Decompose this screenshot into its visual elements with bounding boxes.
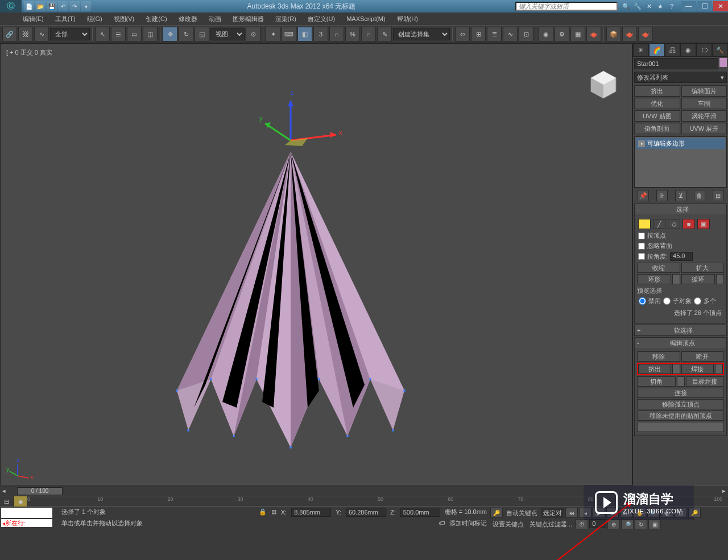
nav-orbit-icon[interactable]: ⊕ bbox=[607, 519, 620, 529]
edge-so-icon[interactable]: ╱ bbox=[653, 219, 665, 229]
viewcube[interactable] bbox=[586, 67, 621, 101]
remove-button[interactable]: 移除 bbox=[637, 351, 680, 362]
unlink-icon[interactable]: ⛓ bbox=[18, 27, 33, 42]
target-weld-button[interactable]: 目标焊接 bbox=[686, 376, 725, 387]
link-icon[interactable]: 🔗 bbox=[2, 27, 17, 42]
snap-toggle-icon[interactable]: ◧ bbox=[297, 27, 312, 42]
connect-button[interactable]: 连接 bbox=[637, 388, 724, 398]
color-swatch[interactable] bbox=[719, 58, 727, 67]
autokey-button[interactable]: 自动关键点 bbox=[504, 508, 540, 518]
weight-spinner[interactable] bbox=[637, 422, 724, 432]
exchange-icon[interactable]: ✕ bbox=[644, 1, 654, 11]
chamfer-vert-button[interactable]: 切角 bbox=[637, 376, 676, 387]
bind-icon[interactable]: ∿ bbox=[34, 27, 49, 42]
ring-spinner[interactable] bbox=[672, 274, 680, 284]
x-coord-field[interactable]: 8.805mm bbox=[291, 508, 331, 517]
menu-render[interactable]: 渲染(R) bbox=[275, 15, 296, 23]
app-menu-icon[interactable]: Ⓖ bbox=[0, 0, 22, 13]
key-icon[interactable]: 🔑 bbox=[490, 508, 503, 518]
favorites-icon[interactable]: ★ bbox=[655, 1, 665, 11]
multi-radio[interactable] bbox=[694, 297, 701, 305]
soft-selection-header[interactable]: +软选择 bbox=[635, 325, 726, 335]
border-so-icon[interactable]: ◇ bbox=[668, 219, 680, 229]
close-button[interactable]: ✕ bbox=[713, 1, 728, 11]
selection-rollout-header[interactable]: -选择 bbox=[635, 204, 726, 214]
named-selection-dropdown[interactable]: 创建选择集 bbox=[393, 28, 450, 40]
teapot-icon[interactable]: 🫖 bbox=[622, 27, 637, 42]
disable-radio[interactable] bbox=[639, 297, 646, 305]
setkey-button[interactable]: 设置关键点 bbox=[490, 519, 526, 529]
lock-icon[interactable]: 🔒 bbox=[259, 508, 267, 516]
utilities-tab-icon[interactable]: 🔨 bbox=[712, 43, 728, 57]
curve-editor-icon[interactable]: ∿ bbox=[503, 27, 518, 42]
render-icon[interactable]: 🫖 bbox=[586, 27, 601, 42]
ignore-back-checkbox[interactable] bbox=[638, 243, 645, 250]
move-icon[interactable]: ✥ bbox=[163, 27, 177, 42]
modify-tab-icon[interactable]: 🌈 bbox=[649, 43, 665, 57]
container-icon[interactable]: 📦 bbox=[606, 27, 621, 42]
angle-snap-icon[interactable]: 3 bbox=[313, 27, 328, 42]
save-icon[interactable]: 💾 bbox=[47, 1, 57, 11]
by-angle-checkbox[interactable] bbox=[638, 253, 645, 260]
menu-maxscript[interactable]: MAXScript(M) bbox=[346, 15, 385, 22]
unwrap-button[interactable]: UVW 展开 bbox=[681, 123, 727, 134]
pivot-center-icon[interactable]: ⊙ bbox=[246, 27, 260, 42]
nav-max2-icon[interactable]: ▣ bbox=[648, 519, 661, 529]
chamfer-button[interactable]: 倒角剖面 bbox=[634, 123, 680, 134]
keyfilter-button[interactable]: 关键点过滤器... bbox=[527, 519, 574, 529]
menu-edit[interactable]: 编辑(E) bbox=[23, 15, 44, 23]
object-name-field[interactable] bbox=[634, 58, 718, 69]
subobj-radio[interactable] bbox=[663, 297, 671, 305]
configure-icon[interactable]: ⊞ bbox=[713, 190, 724, 201]
coord-system-dropdown[interactable]: 视图 bbox=[210, 28, 245, 40]
undo-icon[interactable]: ↶ bbox=[58, 1, 68, 11]
grow-button[interactable]: 扩大 bbox=[681, 263, 725, 273]
angle-spinner[interactable]: 45.0 bbox=[670, 252, 693, 261]
break-button[interactable]: 断开 bbox=[681, 351, 725, 362]
snap-4-icon[interactable]: ∩ bbox=[361, 27, 376, 42]
new-icon[interactable]: 📄 bbox=[24, 1, 34, 11]
keyboard-shortcut-icon[interactable]: ⌨ bbox=[282, 27, 296, 42]
spinner-snap-icon[interactable]: % bbox=[345, 27, 360, 42]
remove-unused-button[interactable]: 移除未使用的贴图顶点 bbox=[637, 410, 724, 421]
keymode-icon[interactable]: ◆ bbox=[14, 496, 27, 507]
extrude-button[interactable]: 挤出 bbox=[634, 85, 680, 97]
menu-create[interactable]: 创建(C) bbox=[146, 15, 167, 23]
expand-icon[interactable]: ▪ bbox=[638, 140, 645, 147]
time-handle[interactable]: 0 / 100 bbox=[17, 487, 63, 495]
help-search-input[interactable] bbox=[515, 2, 618, 11]
turbosmooth-button[interactable]: 涡轮平滑 bbox=[681, 110, 727, 122]
menu-modifiers[interactable]: 修改器 bbox=[179, 15, 197, 23]
polygon-so-icon[interactable]: ■ bbox=[682, 219, 695, 229]
teapot2-icon[interactable]: 🫖 bbox=[638, 27, 653, 42]
nav-zoom2-icon[interactable]: 🔎 bbox=[621, 519, 634, 529]
layers-icon[interactable]: ≣ bbox=[487, 27, 502, 42]
shrink-button[interactable]: 收缩 bbox=[637, 263, 680, 273]
menu-animation[interactable]: 动画 bbox=[209, 15, 221, 23]
select-name-icon[interactable]: ☰ bbox=[111, 27, 126, 42]
minimize-button[interactable]: — bbox=[681, 1, 696, 11]
qat-dropdown-icon[interactable]: ▾ bbox=[81, 1, 91, 11]
stack-item[interactable]: ▪可编辑多边形 bbox=[636, 138, 725, 149]
select-icon[interactable]: ↖ bbox=[95, 27, 110, 42]
time-config-icon[interactable]: ⏱ bbox=[576, 519, 588, 529]
menu-views[interactable]: 视图(V) bbox=[114, 15, 135, 23]
viewport[interactable]: [ + 0 正交 0 真实 bbox=[0, 43, 632, 486]
lathe-button[interactable]: 车削 bbox=[681, 98, 727, 109]
selection-filter-dropdown[interactable]: 全部 bbox=[50, 28, 90, 40]
chamfer-settings[interactable] bbox=[677, 376, 685, 387]
optimize-button[interactable]: 优化 bbox=[634, 98, 680, 109]
hierarchy-tab-icon[interactable]: 品 bbox=[665, 43, 681, 57]
open-icon[interactable]: 📂 bbox=[35, 1, 46, 11]
goto-start-icon[interactable]: ⏮ bbox=[565, 508, 578, 518]
align-icon[interactable]: ⊞ bbox=[471, 27, 486, 42]
ring-button[interactable]: 环形 bbox=[637, 274, 671, 284]
loop-button[interactable]: 循环 bbox=[681, 274, 715, 284]
create-tab-icon[interactable]: ✳ bbox=[633, 43, 649, 57]
modifier-stack[interactable]: ▪可编辑多边形 bbox=[634, 136, 727, 188]
manipulate-icon[interactable]: ✦ bbox=[266, 27, 280, 42]
schematic-icon[interactable]: ⊡ bbox=[519, 27, 533, 42]
menu-tools[interactable]: 工具(T) bbox=[55, 15, 76, 23]
window-crossing-icon[interactable]: ◫ bbox=[143, 27, 158, 42]
minicurve-icon[interactable]: ⊟ bbox=[0, 496, 14, 507]
